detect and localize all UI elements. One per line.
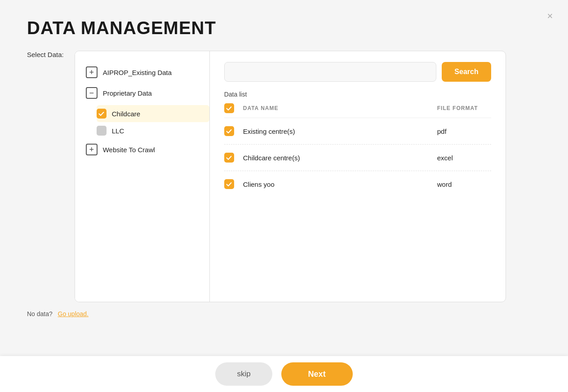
next-button[interactable]: Next bbox=[281, 362, 353, 386]
checkmark-childcare bbox=[98, 111, 104, 117]
row1-format: pdf bbox=[437, 128, 491, 135]
row1-checkbox[interactable] bbox=[224, 126, 234, 136]
row2-format: excel bbox=[437, 154, 491, 162]
no-data-text: No data? bbox=[27, 310, 53, 317]
content-area: + AIPROP_Existing Data − Proprietary Dat… bbox=[75, 51, 506, 302]
search-row: Search bbox=[224, 62, 491, 82]
close-button[interactable]: × bbox=[543, 9, 557, 23]
col-header-format: FILE FORMAT bbox=[437, 105, 491, 111]
checkmark-row3 bbox=[226, 181, 232, 187]
row3-name: Cliens yoo bbox=[243, 181, 428, 188]
right-panel: Search Data list bbox=[210, 51, 506, 302]
tree-item-aiprop[interactable]: + AIPROP_Existing Data bbox=[75, 62, 209, 83]
row2-checkbox-wrap bbox=[224, 153, 234, 163]
table-header: DATA NAME FILE FORMAT bbox=[224, 103, 491, 118]
search-input[interactable] bbox=[224, 62, 437, 82]
checkbox-llc[interactable] bbox=[97, 126, 106, 136]
data-list-label: Data list bbox=[224, 91, 491, 98]
table-row: Childcare centre(s) excel bbox=[224, 145, 491, 171]
table-row: Cliens yoo word bbox=[224, 171, 491, 197]
row3-checkbox[interactable] bbox=[224, 179, 234, 189]
tree-child-childcare[interactable]: Childcare bbox=[97, 105, 209, 122]
row1-name: Existing centre(s) bbox=[243, 128, 428, 135]
no-data-note: No data? Go upload. bbox=[27, 310, 541, 317]
tree-item-proprietary[interactable]: − Proprietary Data bbox=[75, 83, 209, 103]
page-background: × DATA MANAGEMENT Select Data: + AIPROP_… bbox=[0, 0, 568, 392]
select-all-checkbox[interactable] bbox=[224, 103, 234, 113]
page-title: DATA MANAGEMENT bbox=[27, 18, 541, 38]
search-button[interactable]: Search bbox=[442, 62, 491, 82]
upload-link[interactable]: Go upload. bbox=[58, 310, 89, 317]
expand-icon-website: + bbox=[86, 144, 98, 155]
expand-icon-aiprop: + bbox=[86, 66, 98, 78]
tree-label-proprietary: Proprietary Data bbox=[103, 89, 152, 97]
row2-checkbox[interactable] bbox=[224, 153, 234, 163]
row3-format: word bbox=[437, 181, 491, 188]
tree-label-aiprop: AIPROP_Existing Data bbox=[103, 69, 172, 76]
col-header-name: DATA NAME bbox=[243, 105, 428, 111]
row3-checkbox-wrap bbox=[224, 179, 234, 189]
skip-button[interactable]: skip bbox=[215, 362, 272, 386]
close-icon: × bbox=[547, 10, 553, 22]
row1-checkbox-wrap bbox=[224, 126, 234, 136]
main-content: DATA MANAGEMENT Select Data: + AIPROP_Ex… bbox=[0, 0, 568, 317]
collapse-icon-proprietary: − bbox=[86, 87, 98, 99]
select-label: Select Data: bbox=[27, 51, 64, 58]
table-row: Existing centre(s) pdf bbox=[224, 118, 491, 145]
checkmark-row2 bbox=[226, 155, 232, 161]
tree-label-website: Website To Crawl bbox=[103, 146, 155, 154]
tree-item-website[interactable]: + Website To Crawl bbox=[75, 139, 209, 160]
header-checkbox bbox=[224, 103, 234, 113]
footer-bar: skip Next bbox=[0, 356, 568, 392]
tree-children-proprietary: Childcare LLC bbox=[97, 105, 209, 139]
left-panel: + AIPROP_Existing Data − Proprietary Dat… bbox=[75, 51, 210, 302]
tree-child-llc[interactable]: LLC bbox=[97, 122, 209, 139]
checkmark-header bbox=[226, 106, 232, 111]
tree-child-label-llc: LLC bbox=[112, 127, 124, 135]
row2-name: Childcare centre(s) bbox=[243, 154, 428, 162]
tree-child-label-childcare: Childcare bbox=[112, 110, 140, 118]
data-table: DATA NAME FILE FORMAT bbox=[224, 103, 491, 197]
checkbox-childcare[interactable] bbox=[97, 109, 106, 119]
checkmark-row1 bbox=[226, 128, 232, 134]
